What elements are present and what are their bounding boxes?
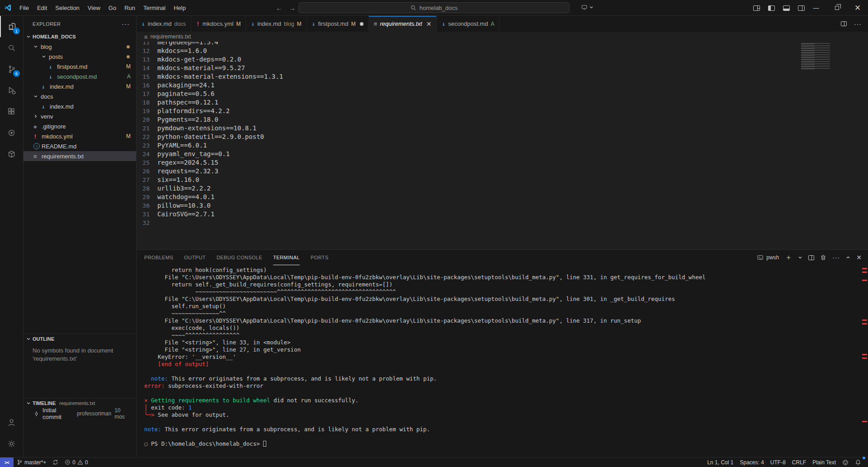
file-icon <box>42 103 50 110</box>
nav-forward-button[interactable]: → <box>289 4 296 12</box>
line-text: Pygments==2.18.0 <box>157 115 218 124</box>
tree-item[interactable]: index.md <box>24 101 136 111</box>
kill-terminal-icon[interactable] <box>820 254 826 261</box>
minimize-button[interactable]: — <box>806 0 826 16</box>
tree-item[interactable]: posts <box>24 52 136 62</box>
new-terminal-icon[interactable]: ＋ <box>785 253 792 262</box>
run-debug-activity-icon[interactable] <box>0 80 23 101</box>
menu-item[interactable]: View <box>84 3 104 13</box>
code-line: 11 mergedeep==1.5.4 <box>137 42 818 47</box>
tree-item[interactable]: index.md M <box>24 81 136 91</box>
menu-item[interactable]: Run <box>120 3 139 13</box>
panel-tab[interactable]: DEBUG CONSOLE <box>217 250 262 265</box>
outline-header[interactable]: OUTLINE <box>24 334 136 344</box>
editor-tab[interactable]: index.md docs ✕ <box>137 16 191 32</box>
timeline-item[interactable]: Initial commit professoriman 10 mos <box>24 408 136 419</box>
panel-more-actions-icon[interactable]: ··· <box>832 254 840 261</box>
workspace-root-folder[interactable]: HOMELAB_DOCS <box>24 32 136 42</box>
timeline-label: Initial commit <box>42 407 74 420</box>
minimap[interactable] <box>801 43 839 71</box>
menu-item[interactable]: Selection <box>51 3 83 13</box>
editor-tab[interactable]: mkdocs.yml M ✕ <box>191 16 246 32</box>
notifications-bell-icon[interactable] <box>852 457 864 467</box>
tree-item[interactable]: firstpost.md M <box>24 62 136 71</box>
close-panel-icon[interactable]: ✕ <box>856 254 862 261</box>
breadcrumb[interactable]: requirements.txt <box>137 32 868 42</box>
status-item[interactable]: UTF-8 <box>767 457 789 467</box>
explorer-activity-icon[interactable]: 1 <box>0 16 23 37</box>
terminal-line: note: This error originates from a subpr… <box>144 375 868 382</box>
problems-status[interactable]: 0 0 <box>61 457 91 467</box>
editor-tab[interactable]: secondpost.md A ✕ <box>437 16 500 32</box>
tree-item[interactable]: docs <box>24 91 136 101</box>
status-item[interactable]: Plain Text <box>809 457 839 467</box>
terminal-overview-ruler[interactable] <box>861 266 867 456</box>
remote-indicator[interactable]: >< <box>0 457 14 467</box>
terminal-instance-pwsh[interactable]: pwsh <box>757 254 779 261</box>
explorer-more-actions-icon[interactable]: ··· <box>122 20 130 28</box>
timeline-header[interactable]: TIMELINE requirements.txt <box>24 398 136 408</box>
menu-item[interactable]: Go <box>104 3 120 13</box>
code-line: 25 regex==2024.5.15 <box>137 158 818 167</box>
menu-item[interactable]: Edit <box>33 3 51 13</box>
nav-back-button[interactable]: ← <box>276 4 283 12</box>
display-select-icon[interactable] <box>581 4 594 10</box>
maximize-panel-icon[interactable] <box>846 255 850 260</box>
code-editor[interactable]: 11 mergedeep==1.5.4 12 mkdocs==1.6.0 13 … <box>137 42 868 249</box>
split-editor-icon[interactable] <box>841 21 847 26</box>
search-text: homelab_docs <box>420 5 458 11</box>
editor-tabs: index.md docs ✕ mkdocs.yml M ✕ <box>137 16 868 32</box>
vscode-logo-icon <box>0 4 15 12</box>
panel-tab[interactable]: PORTS <box>311 250 329 265</box>
menu-item[interactable]: Help <box>170 3 190 13</box>
toggle-panel-icon[interactable] <box>783 5 790 11</box>
tree-item[interactable]: .gitignore <box>24 121 136 131</box>
tree-item[interactable]: README.md <box>24 141 136 151</box>
terminal-output[interactable]: return hook(config_settings) File "C:\Us… <box>137 265 868 457</box>
editor-tab[interactable]: requirements.txt ✕ <box>369 16 437 32</box>
tree-item[interactable]: requirements.txt <box>24 151 136 161</box>
command-center-search[interactable]: homelab_docs <box>298 2 570 13</box>
editor-more-actions-icon[interactable]: ··· <box>854 20 862 28</box>
chevron-down-icon <box>26 34 31 39</box>
panel-tab[interactable]: PROBLEMS <box>144 250 173 265</box>
search-activity-icon[interactable] <box>0 37 23 58</box>
toggle-primary-sidebar-icon[interactable] <box>768 5 775 11</box>
tab-close-icon[interactable]: ✕ <box>426 20 432 28</box>
tree-item[interactable]: venv <box>24 111 136 121</box>
menu-item[interactable]: Terminal <box>139 3 170 13</box>
editor-tab[interactable]: firstpost.md M ✕ <box>307 16 369 32</box>
editor-tab[interactable]: index.md blog M ✕ <box>246 16 307 32</box>
menu-bar: FileEditSelectionViewGoRunTerminalHelp <box>15 3 190 13</box>
extension-circle-activity-icon[interactable] <box>0 122 23 143</box>
customize-layout-icon[interactable] <box>753 5 760 11</box>
source-control-activity-icon[interactable]: 6 <box>0 58 23 80</box>
status-item[interactable]: CRLF <box>789 457 809 467</box>
panel-tab[interactable]: OUTPUT <box>184 250 206 265</box>
tree-item[interactable]: blog <box>24 42 136 52</box>
close-button[interactable]: ✕ <box>847 0 868 16</box>
toggle-secondary-sidebar-icon[interactable] <box>798 5 805 11</box>
tab-label: mkdocs.yml <box>203 20 234 27</box>
git-branch-status[interactable]: master*+ <box>14 457 49 467</box>
extensions-activity-icon[interactable] <box>0 101 23 122</box>
status-item[interactable]: Ln 1, Col 1 <box>704 457 736 467</box>
settings-gear-icon[interactable] <box>0 433 23 454</box>
panel-tab[interactable]: TERMINAL <box>273 250 300 265</box>
code-line: 14 mkdocs-material==9.5.27 <box>137 64 818 72</box>
terminal-line: File "<string>", line 27, in get_version <box>144 346 868 353</box>
accounts-icon[interactable] <box>0 412 23 433</box>
tree-item[interactable]: mkdocs.yml M <box>24 131 136 141</box>
terminal-line: ╰─> See above for output. <box>144 411 868 419</box>
line-text: pathspec==0.12.1 <box>157 98 218 107</box>
split-terminal-icon[interactable] <box>808 255 814 260</box>
tree-item[interactable]: secondpost.md A <box>24 71 136 81</box>
menu-item[interactable]: File <box>15 3 33 13</box>
line-text: python-dateutil==2.9.0.post0 <box>157 133 264 141</box>
extension-box-activity-icon[interactable] <box>0 143 23 165</box>
status-item[interactable]: Spaces: 4 <box>736 457 767 467</box>
sync-status[interactable] <box>49 457 61 467</box>
restore-button[interactable] <box>826 0 847 16</box>
terminal-dropdown-icon[interactable] <box>798 255 802 260</box>
feedback-smiley-icon[interactable] <box>839 457 852 467</box>
